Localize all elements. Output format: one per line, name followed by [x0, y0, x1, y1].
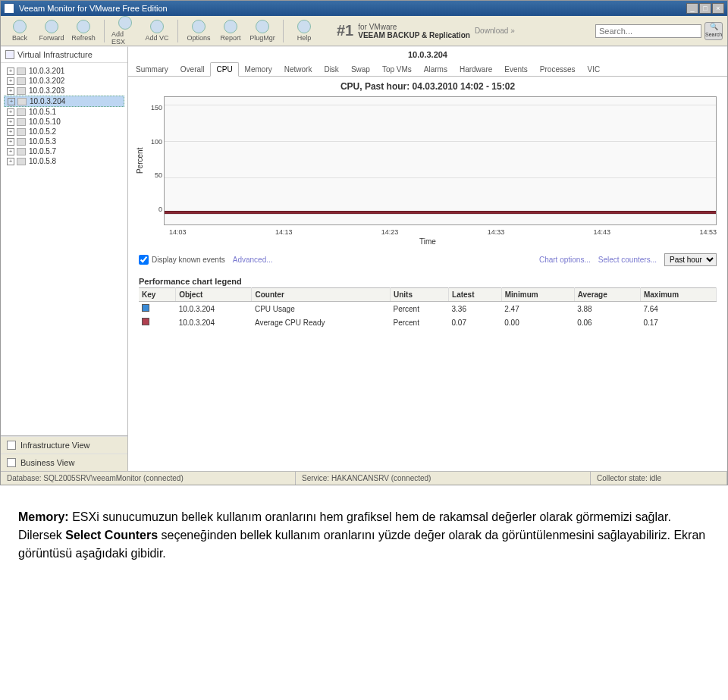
host-icon: [17, 108, 26, 116]
tab-overall[interactable]: Overall: [174, 62, 211, 76]
search-button[interactable]: 🔍 Search: [704, 22, 723, 40]
tree-item[interactable]: +10.0.5.7: [4, 146, 124, 156]
tree-item-label: 10.0.5.7: [29, 147, 56, 155]
tree-item[interactable]: +10.0.3.204: [4, 96, 124, 107]
x-axis-label: Time: [128, 236, 727, 250]
legend-col-object[interactable]: Object: [176, 288, 252, 302]
status-db: Database: SQL2005SRV\veeamMonitor (conne…: [1, 472, 296, 485]
main-toolbar: Back Forward Refresh Add ESX Add VC Opti…: [1, 16, 727, 46]
minimize-button[interactable]: _: [686, 3, 698, 14]
period-select[interactable]: Past hour: [664, 253, 717, 266]
infra-icon: [7, 441, 16, 450]
tree-item-label: 10.0.5.3: [29, 137, 56, 146]
sidebar-header: Virtual Infrastructure: [1, 47, 127, 63]
legend-row[interactable]: 10.0.3.204CPU UsagePercent3.362.473.887.…: [139, 302, 717, 316]
tree-item-label: 10.0.3.204: [30, 97, 65, 105]
tool-add-vc[interactable]: Add VC: [143, 19, 171, 42]
legend-col-minimum[interactable]: Minimum: [501, 288, 574, 302]
title-bar[interactable]: Veeam Monitor for VMware Free Edition _ …: [1, 1, 727, 16]
legend-row[interactable]: 10.0.3.204Average CPU ReadyPercent0.070.…: [139, 315, 717, 329]
chart-plot[interactable]: [164, 96, 717, 225]
legend-col-average[interactable]: Average: [574, 288, 640, 302]
tab-processes[interactable]: Processes: [534, 62, 582, 76]
tool-help[interactable]: Help: [290, 19, 318, 42]
tab-disk[interactable]: Disk: [318, 62, 344, 76]
status-bar: Database: SQL2005SRV\veeamMonitor (conne…: [1, 471, 727, 485]
tree-item-label: 10.0.3.201: [29, 67, 64, 75]
tree-item[interactable]: +10.0.5.10: [4, 117, 124, 127]
tree-item[interactable]: +10.0.3.201: [4, 66, 124, 76]
tab-cpu[interactable]: CPU: [210, 62, 238, 77]
legend-title: Performance chart legend: [128, 272, 727, 287]
tree-item-label: 10.0.5.8: [29, 157, 56, 165]
status-collector: Collector state: idle: [591, 472, 727, 485]
chart-title: CPU, Past hour: 04.03.2010 14:02 - 15:02: [128, 77, 727, 93]
sidebar-tab-infrastructure[interactable]: Infrastructure View: [1, 436, 127, 454]
tree-item[interactable]: +10.0.5.2: [4, 127, 124, 137]
tab-events[interactable]: Events: [498, 62, 534, 76]
chart-options-link[interactable]: Chart options...: [539, 256, 591, 264]
tab-network[interactable]: Network: [278, 62, 318, 76]
host-icon: [17, 98, 27, 105]
expand-icon[interactable]: +: [7, 118, 14, 126]
tree-item[interactable]: +10.0.5.8: [4, 156, 124, 166]
expand-icon[interactable]: +: [7, 108, 14, 116]
host-icon: [17, 148, 26, 155]
window-title: Veeam Monitor for VMware Free Edition: [19, 4, 686, 13]
tree-item[interactable]: +10.0.3.202: [4, 76, 124, 86]
tab-summary[interactable]: Summary: [130, 62, 174, 76]
sidebar-tab-business[interactable]: Business View: [1, 454, 127, 471]
tool-back[interactable]: Back: [5, 19, 34, 42]
legend-col-key[interactable]: Key: [139, 288, 176, 302]
host-icon: [17, 138, 26, 146]
expand-icon[interactable]: +: [7, 77, 14, 85]
chart-area: Percent 150100500: [128, 93, 727, 228]
tool-options[interactable]: Options: [184, 19, 213, 42]
tool-add-esx[interactable]: Add ESX: [111, 15, 140, 46]
content-area: 10.0.3.204 SummaryOverallCPUMemoryNetwor…: [128, 46, 727, 471]
expand-icon[interactable]: +: [7, 87, 14, 95]
tool-forward[interactable]: Forward: [37, 19, 66, 42]
expand-icon[interactable]: +: [7, 138, 14, 146]
expand-icon[interactable]: +: [7, 128, 14, 136]
expand-icon[interactable]: +: [7, 158, 14, 165]
tree-item[interactable]: +10.0.3.203: [4, 86, 124, 96]
tab-alarms[interactable]: Alarms: [418, 62, 453, 76]
tool-report[interactable]: Report: [216, 19, 245, 42]
tab-top-vms[interactable]: Top VMs: [376, 62, 418, 76]
maximize-button[interactable]: □: [699, 3, 711, 14]
tree-item[interactable]: +10.0.5.1: [4, 107, 124, 117]
expand-icon[interactable]: +: [8, 98, 15, 105]
tab-memory[interactable]: Memory: [239, 62, 278, 76]
tree-item-label: 10.0.5.10: [29, 118, 61, 126]
expand-icon[interactable]: +: [7, 148, 14, 155]
display-known-events-checkbox[interactable]: Display known events: [139, 255, 225, 265]
advanced-link[interactable]: Advanced...: [233, 256, 273, 264]
banner-ad[interactable]: #1 for VMware VEEAM BACKUP & Replication…: [322, 22, 592, 39]
search-icon: 🔍: [710, 23, 718, 30]
close-button[interactable]: ×: [712, 3, 724, 14]
legend-col-units[interactable]: Units: [391, 288, 449, 302]
tab-swap[interactable]: Swap: [345, 62, 376, 76]
content-tabs: SummaryOverallCPUMemoryNetworkDiskSwapTo…: [128, 62, 727, 77]
banner-download-link[interactable]: Download »: [475, 27, 515, 35]
select-counters-link[interactable]: Select counters...: [598, 256, 657, 264]
legend-col-counter[interactable]: Counter: [252, 288, 391, 302]
tool-refresh[interactable]: Refresh: [69, 19, 98, 42]
business-icon: [7, 458, 16, 467]
tab-vic[interactable]: VIC: [582, 62, 607, 76]
expand-icon[interactable]: +: [7, 67, 14, 75]
app-icon: [4, 3, 14, 14]
legend-col-maximum[interactable]: Maximum: [640, 288, 716, 302]
host-tree[interactable]: +10.0.3.201+10.0.3.202+10.0.3.203+10.0.3…: [1, 63, 127, 435]
application-window: Veeam Monitor for VMware Free Edition _ …: [0, 0, 728, 485]
tree-item-label: 10.0.3.203: [29, 86, 64, 95]
tree-item[interactable]: +10.0.5.3: [4, 137, 124, 146]
host-icon: [17, 67, 26, 75]
host-icon: [17, 118, 26, 126]
legend-col-latest[interactable]: Latest: [449, 288, 502, 302]
status-service: Service: HAKANCANSRV (connected): [296, 472, 591, 485]
tool-plugmgr[interactable]: PlugMgr: [248, 19, 277, 42]
tab-hardware[interactable]: Hardware: [453, 62, 498, 76]
search-input[interactable]: [595, 24, 701, 38]
